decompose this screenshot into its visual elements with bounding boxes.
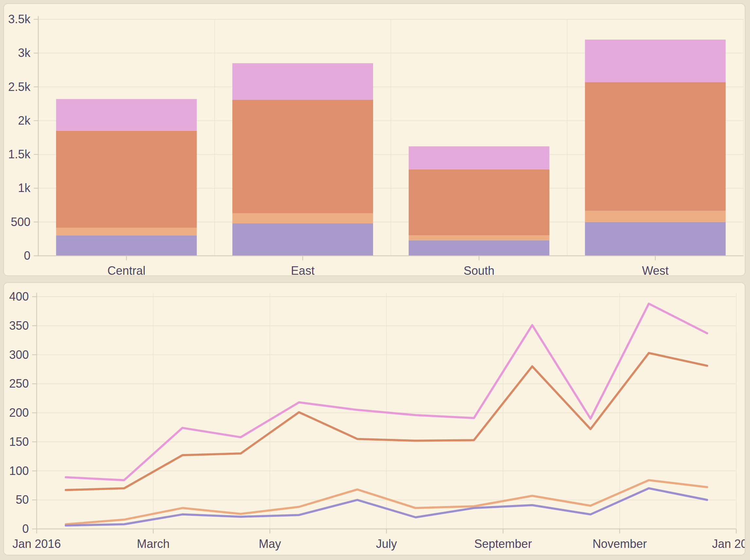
line-chart-panel: 050100150200250300350400Jan 2016MarchMay… — [3, 282, 745, 555]
y-tick-label: 150 — [9, 435, 29, 448]
bar-segment-south-peach[interactable] — [409, 235, 549, 240]
bar-segment-central-peach[interactable] — [56, 228, 197, 236]
y-tick-label: 3.5k — [8, 13, 31, 26]
x-tick-label: July — [376, 537, 397, 551]
bar-segment-west-peach[interactable] — [585, 211, 726, 222]
bar-segment-central-orange[interactable] — [56, 131, 197, 228]
y-tick-label: 50 — [16, 493, 29, 506]
bar-segment-south-orange[interactable] — [409, 169, 549, 235]
y-tick-label: 2k — [18, 114, 31, 127]
x-tick-label: West — [642, 264, 669, 275]
x-tick-label: September — [474, 537, 532, 551]
x-tick-label: Jan 2016 — [13, 537, 61, 551]
bar-segment-south-pink[interactable] — [409, 146, 549, 169]
y-tick-label: 0 — [24, 249, 31, 262]
y-tick-label: 500 — [11, 215, 31, 229]
y-tick-label: 250 — [9, 377, 29, 390]
bar-segment-central-pink[interactable] — [56, 99, 197, 131]
line-chart-svg[interactable]: 050100150200250300350400Jan 2016MarchMay… — [4, 283, 745, 555]
bar-segment-west-pink[interactable] — [585, 40, 726, 82]
x-tick-label: November — [593, 537, 647, 551]
stacked-bar-chart-panel: 05001k1.5k2k2.5k3k3.5kCentralEastSouthWe… — [3, 3, 745, 276]
y-tick-label: 300 — [9, 348, 29, 361]
y-tick-label: 350 — [9, 319, 29, 332]
bar-segment-east-pink[interactable] — [232, 63, 373, 100]
gridlines — [37, 293, 736, 529]
x-tick-label: South — [464, 264, 494, 275]
x-tick-label: Jan 2017 — [712, 537, 745, 551]
bar-segment-south-purple[interactable] — [409, 240, 549, 256]
axis-labels: 050100150200250300350400Jan 2016MarchMay… — [9, 290, 745, 551]
x-tick-label: East — [291, 264, 314, 275]
y-tick-label: 100 — [9, 464, 29, 478]
y-tick-label: 200 — [9, 406, 29, 419]
y-tick-label: 3k — [18, 46, 31, 60]
bar-segment-central-purple[interactable] — [56, 236, 197, 256]
x-tick-label: May — [259, 537, 281, 551]
bar-segment-west-orange[interactable] — [585, 82, 726, 211]
bar-chart-svg[interactable]: 05001k1.5k2k2.5k3k3.5kCentralEastSouthWe… — [4, 4, 745, 275]
y-tick-label: 400 — [9, 290, 29, 303]
x-tick-label: March — [137, 537, 170, 551]
y-tick-label: 0 — [22, 522, 29, 536]
bar-segment-west-purple[interactable] — [585, 222, 726, 256]
bar-segment-east-orange[interactable] — [232, 100, 373, 213]
bar-segment-east-peach[interactable] — [232, 213, 373, 223]
bar-segment-east-purple[interactable] — [232, 223, 373, 256]
y-tick-label: 1.5k — [8, 147, 31, 161]
y-tick-label: 1k — [18, 181, 31, 195]
y-tick-label: 2.5k — [8, 80, 31, 94]
x-tick-label: Central — [107, 264, 145, 275]
